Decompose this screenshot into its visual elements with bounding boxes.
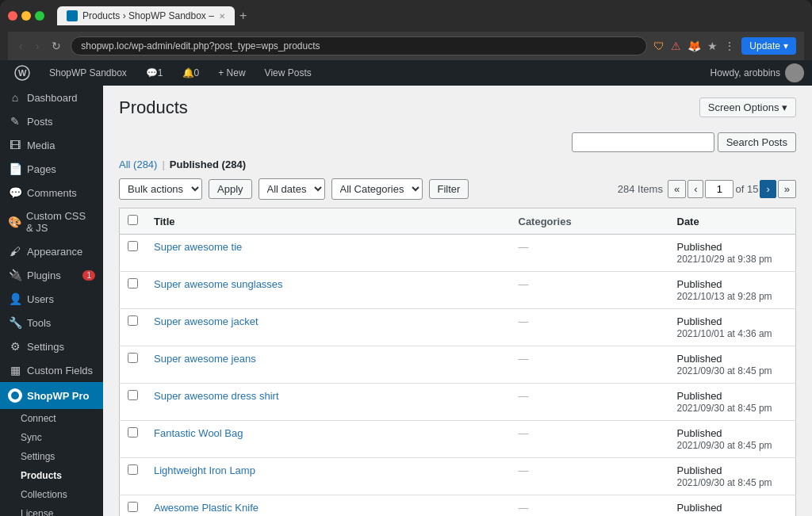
date-filter-select[interactable]: All dates — [259, 178, 325, 200]
warning-icon: ⚠ — [671, 40, 681, 52]
product-link-5[interactable]: Fantastic Wool Bag — [154, 427, 243, 439]
sidebar-posts-label: Posts — [27, 116, 53, 128]
sidebar-item-settings-sub[interactable]: Settings — [0, 447, 103, 466]
adminbar-view-posts[interactable]: View Posts — [259, 60, 318, 86]
row-checkbox-0[interactable] — [128, 241, 138, 251]
puzzle-icon: ⋮ — [724, 40, 735, 52]
product-date-0: Published 2021/10/29 at 9:38 pm — [669, 235, 796, 272]
product-link-4[interactable]: Super awesome dress shirt — [154, 390, 279, 402]
sidebar-item-plugins[interactable]: 🔌 Plugins 1 — [0, 263, 103, 287]
row-checkbox-6[interactable] — [128, 464, 138, 475]
adminbar-comments[interactable]: 💬 1 — [140, 60, 170, 86]
tablenav-top: Bulk actions Apply All dates All Categor… — [119, 178, 796, 200]
col-title[interactable]: Title — [146, 208, 511, 235]
sidebar-users-label: Users — [27, 293, 54, 305]
sidebar-item-pages[interactable]: 📄 Pages — [0, 157, 103, 181]
adminbar-new[interactable]: + New — [212, 60, 251, 86]
plugins-badge: 1 — [82, 270, 95, 281]
current-page-input[interactable] — [705, 180, 733, 198]
adminbar-site-name[interactable]: ShopWP Sandbox — [43, 60, 133, 86]
sidebar-item-posts[interactable]: ✎ Posts — [0, 109, 103, 133]
product-date-1: Published 2021/10/13 at 9:28 pm — [669, 272, 796, 309]
update-button[interactable]: Update ▾ — [741, 37, 796, 55]
sidebar-item-products[interactable]: Products — [0, 466, 103, 485]
main-content: Products Screen Options ▾ Search Posts A… — [103, 86, 812, 516]
address-bar[interactable]: shopwp.loc/wp-admin/edit.php?post_type=w… — [71, 36, 647, 55]
row-checkbox-3[interactable] — [128, 353, 138, 363]
minimize-button[interactable] — [21, 11, 31, 21]
users-icon: 👤 — [8, 292, 22, 305]
row-checkbox-7[interactable] — [128, 502, 138, 512]
product-categories-1: — — [511, 272, 669, 309]
adminbar-right: Howdy, arobbins — [710, 63, 805, 82]
active-tab[interactable]: Products › ShopWP Sandbox – ✕ — [57, 6, 235, 25]
sidebar-item-tools[interactable]: 🔧 Tools — [0, 311, 103, 334]
sidebar-item-custom-fields[interactable]: ▦ Custom Fields — [0, 358, 103, 382]
svg-text:W: W — [18, 68, 27, 78]
row-checkbox-1[interactable] — [128, 278, 138, 289]
select-all-checkbox[interactable] — [128, 215, 138, 225]
product-date-6: Published 2021/09/30 at 8:45 pm — [669, 458, 796, 495]
forward-button[interactable]: › — [33, 38, 43, 54]
sidebar-tools-label: Tools — [27, 317, 51, 329]
adminbar-pings[interactable]: 🔔 0 — [176, 60, 206, 86]
row-checkbox-2[interactable] — [128, 315, 138, 326]
sidebar-item-users[interactable]: 👤 Users — [0, 287, 103, 311]
comment-icon: 💬 — [146, 67, 158, 78]
bulk-actions-select[interactable]: Bulk actions — [119, 178, 202, 200]
table-row: Super awesome tie — Published 2021/10/29… — [120, 235, 796, 272]
filter-button[interactable]: Filter — [429, 179, 469, 199]
first-page-button[interactable]: « — [668, 180, 686, 198]
tab-close-icon[interactable]: ✕ — [219, 12, 225, 21]
filter-published-link[interactable]: Published (284) — [170, 159, 246, 170]
product-date-3: Published 2021/09/30 at 8:45 pm — [669, 346, 796, 384]
product-link-7[interactable]: Awesome Plastic Knife — [154, 502, 259, 514]
new-tab-button[interactable]: + — [239, 9, 247, 23]
sidebar-item-media[interactable]: 🎞 Media — [0, 133, 103, 157]
sidebar-item-collections[interactable]: Collections — [0, 485, 103, 504]
product-link-0[interactable]: Super awesome tie — [154, 241, 242, 253]
close-button[interactable] — [8, 11, 17, 21]
table-row: Super awesome sunglasses — Published 202… — [120, 272, 796, 309]
product-categories-7: — — [511, 495, 669, 517]
row-checkbox-4[interactable] — [128, 390, 138, 400]
adminbar-howdy[interactable]: Howdy, arobbins — [710, 63, 805, 82]
table-row: Lightweight Iron Lamp — Published 2021/0… — [120, 458, 796, 495]
sidebar-item-appearance[interactable]: 🖌 Appearance — [0, 239, 103, 263]
shopwp-header[interactable]: ShopWP Pro — [0, 382, 103, 409]
sidebar: ⌂ Dashboard ✎ Posts 🎞 Media 📄 Pages 💬 Co… — [0, 86, 103, 516]
extension-icon: 🦊 — [688, 40, 701, 52]
adminbar-wp-logo[interactable]: W — [8, 60, 36, 86]
sidebar-item-connect[interactable]: Connect — [0, 409, 103, 428]
sidebar-item-custom-css[interactable]: 🎨 Custom CSS & JS — [0, 204, 103, 239]
sidebar-item-comments[interactable]: 💬 Comments — [0, 181, 103, 204]
product-categories-2: — — [511, 309, 669, 346]
search-input[interactable] — [572, 132, 714, 152]
product-link-1[interactable]: Super awesome sunglasses — [154, 278, 283, 290]
pages-icon: 📄 — [8, 162, 22, 175]
fullscreen-button[interactable] — [35, 11, 44, 21]
product-link-6[interactable]: Lightweight Iron Lamp — [154, 464, 255, 476]
product-link-3[interactable]: Super awesome jeans — [154, 353, 256, 365]
screen-options-button[interactable]: Screen Options ▾ — [699, 97, 796, 117]
category-filter-select[interactable]: All Categories — [331, 178, 423, 200]
product-link-2[interactable]: Super awesome jacket — [154, 315, 259, 327]
products-table: Title Categories Date Super awesome tie … — [119, 208, 796, 516]
filter-all-link[interactable]: All (284) — [119, 159, 157, 170]
sidebar-item-license[interactable]: License — [0, 504, 103, 516]
sidebar-item-sync[interactable]: Sync — [0, 428, 103, 447]
apply-button[interactable]: Apply — [209, 179, 252, 199]
search-posts-button[interactable]: Search Posts — [718, 132, 796, 152]
prev-page-button[interactable]: ‹ — [688, 180, 703, 198]
back-button[interactable]: ‹ — [16, 38, 26, 54]
dashboard-icon: ⌂ — [8, 91, 22, 104]
row-checkbox-5[interactable] — [128, 427, 138, 438]
sidebar-custom-css-label: Custom CSS & JS — [26, 210, 95, 234]
last-page-button[interactable]: » — [778, 180, 796, 198]
next-page-button[interactable]: › — [760, 180, 776, 198]
refresh-button[interactable]: ↻ — [48, 38, 64, 54]
sidebar-item-settings[interactable]: ⚙ Settings — [0, 334, 103, 358]
product-categories-3: — — [511, 346, 669, 384]
sidebar-item-dashboard[interactable]: ⌂ Dashboard — [0, 86, 103, 109]
col-date[interactable]: Date — [669, 208, 796, 235]
